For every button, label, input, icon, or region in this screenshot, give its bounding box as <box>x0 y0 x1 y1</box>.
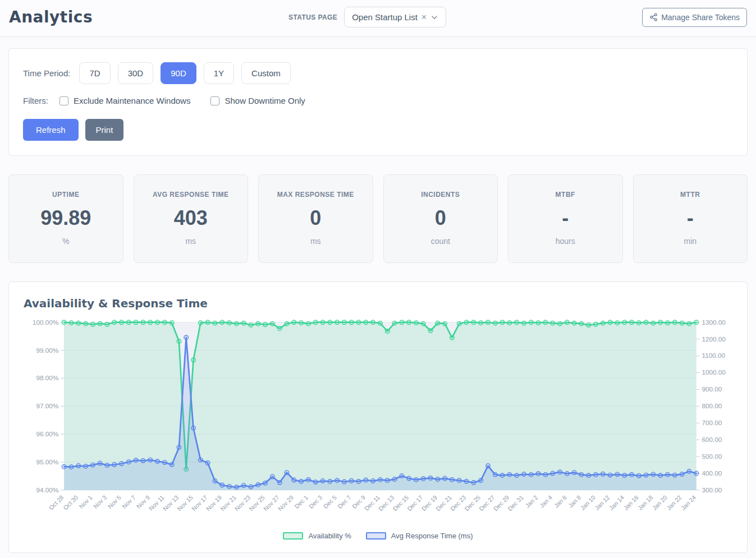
svg-text:1300.00: 1300.00 <box>702 319 726 326</box>
svg-text:Nov 25: Nov 25 <box>248 494 266 513</box>
stat-label: AVG RESPONSE TIME <box>139 191 244 199</box>
svg-text:Jan 18: Jan 18 <box>636 494 654 511</box>
manage-share-tokens-label: Manage Share Tokens <box>661 13 740 22</box>
svg-text:96.00%: 96.00% <box>36 430 59 437</box>
svg-text:Dec 27: Dec 27 <box>478 494 496 513</box>
stat-value: 99.89 <box>13 206 118 230</box>
svg-text:98.00%: 98.00% <box>36 374 59 381</box>
print-button[interactable]: Print <box>85 119 124 141</box>
stat-value: 0 <box>263 206 368 230</box>
chart-title: Availability & Response Time <box>24 297 739 310</box>
svg-text:95.00%: 95.00% <box>36 458 59 465</box>
time-period-button-90d[interactable]: 90D <box>161 62 196 84</box>
svg-text:Dec 7: Dec 7 <box>336 494 352 510</box>
stat-label: MAX RESPONSE TIME <box>263 191 368 199</box>
stat-card-mtbf: MTBF - hours <box>508 174 623 263</box>
svg-text:Nov 5: Nov 5 <box>107 494 122 510</box>
svg-text:Dec 31: Dec 31 <box>506 494 525 513</box>
svg-text:97.00%: 97.00% <box>36 402 59 409</box>
stat-label: MTBF <box>513 191 618 199</box>
svg-text:Nov 23: Nov 23 <box>233 494 252 513</box>
svg-text:Jan 24: Jan 24 <box>680 494 697 511</box>
svg-text:300.00: 300.00 <box>702 486 722 494</box>
exclude-maintenance-checkbox-group[interactable]: Exclude Maintenance Windows <box>59 96 190 105</box>
svg-text:Nov 1: Nov 1 <box>77 494 93 510</box>
stat-unit: ms <box>139 237 244 246</box>
controls-panel: Time Period: 7D 30D 90D 1Y Custom Filter… <box>8 48 748 156</box>
svg-text:1000.00: 1000.00 <box>702 368 726 376</box>
svg-text:Nov 27: Nov 27 <box>262 494 281 513</box>
share-icon <box>649 13 658 21</box>
status-page-label: STATUS PAGE <box>288 13 337 21</box>
status-page-select[interactable]: Open Startup List × <box>344 7 446 27</box>
svg-text:Nov 19: Nov 19 <box>205 494 223 513</box>
filters-row: Filters: Exclude Maintenance Windows Sho… <box>23 96 733 105</box>
actions-row: Refresh Print <box>23 119 733 141</box>
svg-text:Jan 14: Jan 14 <box>608 494 625 511</box>
time-period-button-custom[interactable]: Custom <box>241 62 291 84</box>
svg-text:Dec 13: Dec 13 <box>377 494 396 513</box>
svg-text:Jan 2: Jan 2 <box>524 494 539 509</box>
svg-text:Jan 20: Jan 20 <box>651 494 668 511</box>
y-axis-right: 1300.001200.001100.001000.00900.00800.00… <box>697 319 726 494</box>
svg-text:Jan 6: Jan 6 <box>553 494 568 509</box>
time-period-button-30d[interactable]: 30D <box>118 62 154 84</box>
status-page-group: STATUS PAGE Open Startup List × <box>288 7 446 27</box>
svg-text:Dec 1: Dec 1 <box>293 494 309 510</box>
status-page-selected-value: Open Startup List <box>352 12 418 22</box>
svg-text:Jan 16: Jan 16 <box>622 494 639 511</box>
refresh-button[interactable]: Refresh <box>23 119 79 141</box>
svg-text:Dec 19: Dec 19 <box>420 494 439 513</box>
stat-unit: min <box>638 237 743 246</box>
svg-text:600.00: 600.00 <box>702 436 722 443</box>
svg-text:Jan 4: Jan 4 <box>538 494 553 509</box>
stat-value: 0 <box>388 206 493 230</box>
show-downtime-checkbox[interactable] <box>210 96 219 105</box>
svg-text:1200.00: 1200.00 <box>702 335 726 343</box>
stat-label: MTTR <box>638 191 743 199</box>
chevron-down-icon[interactable] <box>430 13 438 21</box>
stat-unit: hours <box>513 237 618 246</box>
stat-label: INCIDENTS <box>388 191 493 199</box>
svg-text:400.00: 400.00 <box>702 469 722 477</box>
time-period-button-1y[interactable]: 1Y <box>204 62 234 84</box>
stat-card-avg-response-time: AVG RESPONSE TIME 403 ms <box>134 174 249 263</box>
page-title: Analytics <box>9 8 93 26</box>
svg-text:1100.00: 1100.00 <box>702 352 725 359</box>
svg-text:900.00: 900.00 <box>702 385 722 393</box>
svg-text:100.00%: 100.00% <box>33 319 58 326</box>
stat-card-uptime: UPTIME 99.89 % <box>8 174 123 263</box>
svg-text:Dec 17: Dec 17 <box>406 494 424 513</box>
app-header: Analytics STATUS PAGE Open Startup List … <box>0 0 756 37</box>
chart-canvas: 100.00%99.00%98.00%97.00%96.00%95.00%94.… <box>17 316 739 531</box>
response-time-legend-swatch <box>366 532 386 539</box>
stat-card-mttr: MTTR - min <box>633 174 748 263</box>
svg-text:Nov 15: Nov 15 <box>176 494 194 513</box>
legend-item-availability: Availability % <box>283 532 351 540</box>
svg-text:99.00%: 99.00% <box>36 347 59 354</box>
legend-item-response-time: Avg Response Time (ms) <box>366 532 473 540</box>
stat-value: 403 <box>139 206 244 230</box>
manage-share-tokens-button[interactable]: Manage Share Tokens <box>642 8 747 27</box>
time-period-button-7d[interactable]: 7D <box>79 62 110 84</box>
svg-text:Jan 22: Jan 22 <box>665 494 682 511</box>
svg-text:800.00: 800.00 <box>702 402 722 409</box>
y-axis-left: 100.00%99.00%98.00%97.00%96.00%95.00%94.… <box>33 319 64 494</box>
time-period-row: Time Period: 7D 30D 90D 1Y Custom <box>23 62 733 84</box>
filters-label: Filters: <box>23 96 48 105</box>
availability-legend-label: Availability % <box>308 532 351 540</box>
svg-text:Nov 21: Nov 21 <box>219 494 237 513</box>
stat-label: UPTIME <box>13 191 118 199</box>
availability-legend-swatch <box>283 532 303 539</box>
exclude-maintenance-label: Exclude Maintenance Windows <box>74 96 190 105</box>
exclude-maintenance-checkbox[interactable] <box>59 96 68 105</box>
svg-text:Dec 3: Dec 3 <box>308 494 323 510</box>
clear-selection-icon[interactable]: × <box>421 13 427 22</box>
svg-text:Oct 30: Oct 30 <box>62 494 79 511</box>
stat-card-incidents: INCIDENTS 0 count <box>383 174 498 263</box>
stat-unit: % <box>13 237 118 246</box>
svg-text:Dec 5: Dec 5 <box>322 494 338 510</box>
show-downtime-checkbox-group[interactable]: Show Downtime Only <box>210 96 305 105</box>
show-downtime-label: Show Downtime Only <box>224 96 305 105</box>
svg-text:Dec 15: Dec 15 <box>391 494 410 513</box>
